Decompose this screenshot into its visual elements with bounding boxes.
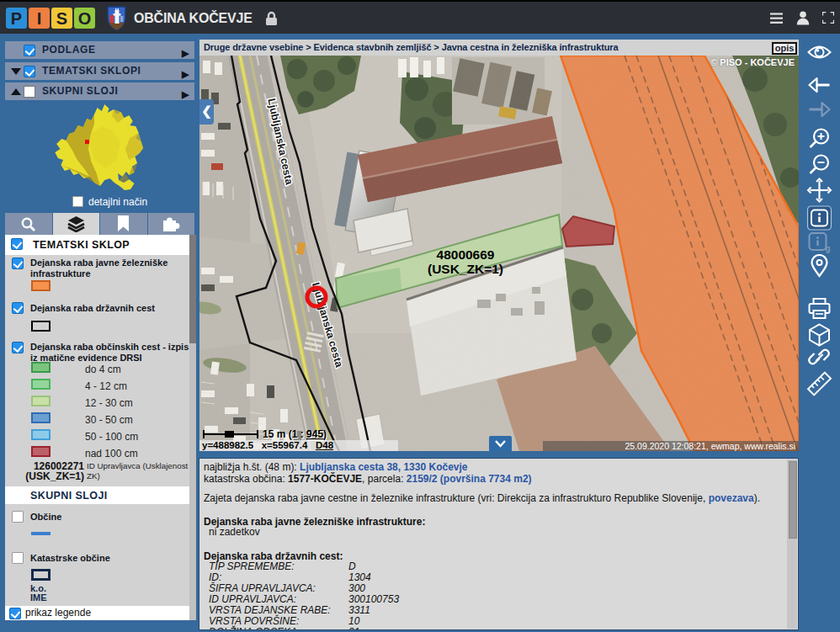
svg-text:15 m (1 : 945): 15 m (1 : 945) bbox=[263, 428, 327, 440]
svg-text:(USK_ZK=1): (USK_ZK=1) bbox=[428, 262, 503, 276]
svg-text:g: g bbox=[826, 244, 831, 253]
svg-text:48000669: 48000669 bbox=[437, 247, 495, 262]
